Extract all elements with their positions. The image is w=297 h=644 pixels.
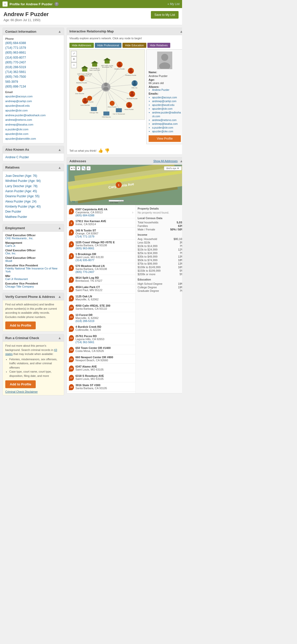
address-list-item[interactable]: 8 4554 Lake Park CT Saint Paul, MN 55122	[67, 284, 135, 294]
address-list-item[interactable]: 17 6318 S Rosebury AVE Saint Louis, MO 6…	[67, 373, 135, 382]
address-street: 650 Town Center DR #1400	[75, 346, 133, 349]
email-10[interactable]: apuzder@alamotitle.com	[5, 136, 61, 141]
job-company-5[interactable]: Fidelity National Title Insurance Co of …	[5, 267, 61, 273]
job-company-6[interactable]: Carl Jr Restaurant	[5, 277, 61, 280]
phone-3[interactable]: (805) 963-8661	[5, 50, 61, 55]
address-list-item[interactable]: 3 145 N Tustin ST Orange, CA 92867 (714)…	[67, 228, 135, 239]
svg-point-25	[103, 87, 109, 91]
hide-addresses-button[interactable]: Hide Addresses	[69, 43, 94, 48]
phone-10[interactable]: (805) 898-7134	[5, 84, 61, 89]
phone-4[interactable]: (314) 935-8077	[5, 55, 61, 60]
address-city: Saint Paul, MN 55122	[75, 289, 133, 292]
phone-8[interactable]: (805) 745-7500	[5, 74, 61, 79]
job-company-2[interactable]: Carl's Jr.	[5, 244, 61, 247]
employment-toggle[interactable]: ▲	[58, 226, 61, 230]
address-details: 650 Town Center DR #1400 Costa Mesa, CA …	[75, 346, 133, 352]
relative-2[interactable]: Winifried Puzder (Age: 94)	[5, 178, 61, 183]
my-list-link[interactable]: « My List	[167, 2, 180, 6]
relative-4[interactable]: Aaron Puzder (Age: 45)	[5, 189, 61, 194]
verify-toggle[interactable]: ▲	[58, 295, 61, 299]
map-email-1: apuzder@acssys.com	[152, 96, 181, 99]
job-company-1[interactable]: CKE Restaurants , Inc.	[5, 237, 61, 240]
thumbs-up-button[interactable]: 👍	[98, 148, 103, 153]
network-visual[interactable]: + − ⤢	[69, 49, 145, 120]
address-details: 4 Burdick Creek RD Collinsville, IL 6223…	[75, 325, 133, 331]
email-8[interactable]: a.puzder@ckr.com	[5, 127, 61, 132]
address-list-item[interactable]: 2 17911 Von Karman AVE Irvine, CA 92614	[67, 218, 135, 228]
address-list-item[interactable]: 5 1 Brookings DR Saint Louis, MO 63130 (…	[67, 251, 135, 263]
address-map[interactable]: Carpinteria Ave 100 feet 1 ◄ N ► ▼ 🔍 ⊙	[67, 165, 182, 205]
phone-1[interactable]: (805) 684-6388	[5, 41, 61, 46]
email-1[interactable]: apuzder@acssys.com	[5, 94, 61, 99]
phone-6[interactable]: (618) 288-5319	[5, 65, 61, 70]
map-toggle[interactable]: ▲	[180, 29, 182, 33]
property-details-title: Property Details	[138, 207, 182, 210]
phone-2[interactable]: (714) 771-1579	[5, 46, 61, 50]
address-number: 9	[69, 295, 74, 301]
criminal-disclaimer-link[interactable]: Criminal Check Disclaimer	[5, 390, 61, 393]
save-to-my-list-button[interactable]: Save to My List	[151, 11, 179, 19]
income-row: $50k to $74,99918%	[138, 258, 182, 262]
census-title: Local Census Data	[138, 217, 182, 220]
address-list-item[interactable]: 12 4 Burdick Creek RD Collinsville, IL 6…	[67, 324, 135, 333]
income-row: $75k to $99,99913%	[138, 262, 182, 265]
relative-7[interactable]: Kimberly Puzder (Age: 40)	[5, 204, 61, 209]
aka-toggle[interactable]: ▲	[58, 148, 61, 152]
relative-5[interactable]: Deanna Puzder (Age: 55)	[5, 194, 61, 199]
address-list-item[interactable]: 9 1125 Oak LN Maryville, IL 62062	[67, 294, 135, 303]
hide-relatives-button[interactable]: Hide Relatives	[147, 43, 170, 48]
criminal-add-to-profile-button[interactable]: Add to Profile	[5, 380, 36, 388]
address-list: 1 6307 Carpinteria AVE #A Carpinteria, C…	[67, 205, 135, 393]
job-company-4[interactable]: Wustl	[5, 259, 61, 262]
address-list-item[interactable]: 7 9814 Split Log RD Brentwood, TN 37027	[67, 275, 135, 284]
relative-8[interactable]: Dee Puzder	[5, 209, 61, 214]
address-street: 3916 State ST #300	[75, 384, 133, 387]
address-list-item[interactable]: 18 3916 State ST #300 Santa Barbara, CA …	[67, 382, 135, 392]
verify-add-to-profile-button[interactable]: Add to Profile	[5, 321, 36, 329]
criminal-toggle[interactable]: ▲	[58, 336, 61, 340]
view-profile-button[interactable]: View Profile	[149, 135, 181, 142]
addresses-toggle[interactable]: ▲	[180, 159, 182, 163]
hide-education-button[interactable]: Hide Education	[122, 43, 146, 48]
svg-text:© 2016 Pictometry Internationa: © 2016 Pictometry International Corp	[119, 200, 148, 203]
svg-point-69	[78, 87, 81, 89]
phone-7[interactable]: (714) 362-5661	[5, 70, 61, 74]
property-panel: Property Details No property record foun…	[135, 205, 182, 393]
address-list-item[interactable]: 14 650 Town Center DR #1400 Costa Mesa, …	[67, 345, 135, 354]
relative-1[interactable]: Joan Descher (Age: 76)	[5, 173, 61, 178]
svg-text:Carl Jr Restaurant: Carl Jr Restaurant	[113, 113, 125, 115]
thumbs-down-button[interactable]: 👎	[105, 148, 110, 153]
email-2[interactable]: andrewp@carlsjr.com	[5, 99, 61, 104]
address-list-item[interactable]: 1 6307 Carpinteria AVE #A Carpinteria, C…	[67, 207, 135, 218]
address-list-item[interactable]: 11 13 Forest DR Maryville, IL 62062 (618…	[67, 312, 135, 324]
email-3[interactable]: apuzder@wustl.edu	[5, 103, 61, 108]
employment-section: Employment ▲ Chief Executive Officer CKE…	[3, 224, 64, 290]
address-list-item[interactable]: 6 570 Meadow Wood LN Santa Barbara, CA 9…	[67, 263, 135, 275]
job-company-3[interactable]: Cke, Inc.	[5, 252, 61, 255]
contact-info-toggle[interactable]: ▲	[58, 29, 61, 33]
aka-name-1[interactable]: Andrew C Puzder	[5, 155, 29, 159]
show-all-addresses-link[interactable]: Show All Addresses	[153, 159, 178, 163]
job-company-7[interactable]: Chicago Title Company	[5, 285, 61, 288]
relative-6[interactable]: Alexa Puzder (Age: 24)	[5, 199, 61, 204]
email-9[interactable]: apuzder@cke.com	[5, 132, 61, 136]
address-details: 4554 Lake Park CT Saint Paul, MN 55122	[75, 286, 133, 292]
relatives-toggle[interactable]: ▲	[58, 166, 61, 170]
email-4[interactable]: apuzder@ckr.com	[5, 108, 61, 113]
svg-text:Pictometry Bird's Eye: Pictometry Bird's Eye	[119, 203, 135, 205]
phone-9[interactable]: 565-3979	[5, 79, 61, 84]
relative-3[interactable]: Larry Descher (Age: 78)	[5, 184, 61, 189]
email-5[interactable]: andrew.puzder@radioshack.com	[5, 113, 61, 118]
criminal-check-section: Run a Criminal Check ▲ Find out more abo…	[3, 334, 64, 395]
email-6[interactable]: andrew@netsrvs.com	[5, 117, 61, 122]
address-list-item[interactable]: 4 1225 Coast Village RD #STE E Santa Bar…	[67, 239, 135, 251]
help-icon[interactable]: ?	[55, 2, 59, 6]
hide-professional-button[interactable]: Hide Professional	[95, 43, 121, 48]
relative-9[interactable]: Matthew Puzder	[5, 214, 61, 219]
address-list-item[interactable]: 10 4050 Calle #REAL STE 200 Santa Barbar…	[67, 303, 135, 312]
email-7[interactable]: andrewp@lasalsa.com	[5, 122, 61, 127]
address-list-item[interactable]: 16 6347 Alamo AVE Saint Louis, MO 63105	[67, 364, 135, 373]
address-list-item[interactable]: 15 660 Newport Center DR #800 Newport Be…	[67, 354, 135, 364]
address-list-item[interactable]: 13 25761 Pecos RD Laguna Hills, CA 92653…	[67, 333, 135, 345]
phone-5[interactable]: (805) 770-2407	[5, 60, 61, 65]
